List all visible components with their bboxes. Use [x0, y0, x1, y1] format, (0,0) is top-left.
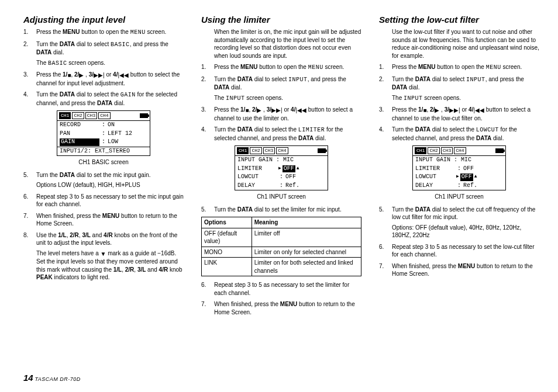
steps-input-level-cont: Turn the DATA dial to set the mic input … — [23, 171, 184, 282]
lcd-tab: CH4 — [454, 147, 466, 154]
table-row: MONOLimiter on only for selected channel — [202, 247, 361, 258]
table-header: Meaning — [252, 217, 361, 228]
steps-limiter-cont: Turn the DATA dial to set the limiter fo… — [201, 206, 361, 214]
lcd-input-screen: CH1 CH2 CH3 CH4 INPUT GAIN : MIC LIMITER… — [235, 145, 328, 190]
battery-icon — [495, 148, 504, 153]
list-item: Use the 1/L, 2/R, 3/L and 4/R knobs on t… — [23, 231, 184, 282]
lcd-input-screen-2: CH1 CH2 CH3 CH4 INPUT GAIN : MIC LIMITER… — [412, 145, 506, 190]
lcd-tab: CH4 — [98, 112, 110, 119]
lcd-tab: CH1 — [415, 147, 426, 154]
list-item: Press the MENU button to open the MENU s… — [379, 63, 539, 72]
options-table: OptionsMeaning OFF (default value)Limite… — [201, 217, 361, 276]
battery-icon — [318, 148, 326, 153]
page-number: 14 — [23, 373, 33, 383]
ffwd-icon: ▶▶| — [449, 106, 460, 115]
heading-lowcut: Setting the low-cut filter — [379, 14, 539, 26]
caption: CH1 BASIC screen — [23, 158, 184, 166]
list-item: Turn the DATA dial to select the GAIN fo… — [23, 91, 184, 107]
list-item: Turn the DATA dial to select the LIMITER… — [201, 126, 361, 142]
list-item: Press the MENU button to open the MENU s… — [23, 28, 184, 37]
rew-icon: |◀◀ — [295, 106, 306, 115]
lcd-tab: CH2 — [428, 147, 439, 154]
lcd-tab: CH4 — [276, 147, 288, 154]
caption: Ch1 INPUT screen — [379, 193, 539, 201]
ffwd-icon: ▶▶| — [94, 71, 105, 79]
model-name: TASCAM DR-70D — [35, 376, 80, 382]
column-3: Setting the low-cut filter Use the low-c… — [379, 14, 539, 365]
steps-lowcut-cont: Turn the DATA dial to select the cut off… — [379, 206, 539, 278]
steps-limiter-end: Repeat step 3 to 5 as necessary to set t… — [201, 281, 361, 316]
lcd-tab: CH3 — [441, 147, 453, 154]
page-columns: Adjusting the input level Press the MENU… — [23, 14, 539, 365]
steps-input-level: Press the MENU button to open the MENU s… — [23, 28, 184, 107]
list-item: Turn the DATA dial to select the LOWCUT … — [379, 126, 539, 142]
list-item: Turn the DATA dial to select INPUT, and … — [379, 75, 539, 103]
list-item: Turn the DATA dial to select INPUT, and … — [201, 75, 361, 103]
heading-input-level: Adjusting the input level — [23, 14, 184, 26]
list-item: Repeat step 3 to 5 as necessary to set t… — [23, 193, 184, 209]
list-item: Press the 1/■, 2/▶ , 3/▶▶| or 4/|◀◀ butt… — [379, 106, 539, 122]
steps-lowcut: Press the MENU button to open the MENU s… — [379, 63, 539, 142]
heading-limiter: Using the limiter — [201, 14, 361, 26]
rew-icon: |◀◀ — [473, 106, 484, 115]
list-item: When finished, press the MENU button to … — [201, 300, 361, 316]
intro-text: Use the low-cut filter if you want to cu… — [379, 28, 539, 60]
table-row: OFF (default value)Limiter off — [202, 228, 361, 247]
column-1: Adjusting the input level Press the MENU… — [23, 14, 184, 365]
list-item: Repeat step 3 to 5 as necessary to set t… — [201, 281, 361, 297]
list-item: Turn the DATA dial to set the limiter fo… — [201, 206, 361, 214]
lcd-tab: CH2 — [250, 147, 261, 154]
rew-icon: |◀◀ — [118, 71, 129, 79]
list-item: Turn the DATA dial to select the cut off… — [379, 206, 539, 240]
list-item: When finished, press the MENU button to … — [23, 212, 184, 228]
lcd-tab: CH1 — [237, 147, 249, 154]
caption: Ch1 INPUT screen — [201, 193, 361, 201]
table-row: LINKLimiter on for both selected and lin… — [202, 258, 361, 276]
lcd-basic-screen: CH1 CH2 CH3 CH4 RECORD:ON PAN:LEFT 12 GA… — [57, 110, 150, 156]
lcd-tab: CH3 — [263, 147, 275, 154]
table-header: Options — [202, 217, 252, 228]
lcd-tab: CH3 — [85, 112, 97, 119]
list-item: Press the 1/■, 2/▶ , 3/▶▶| or 4/|◀◀ butt… — [201, 106, 361, 122]
page-footer: 14 TASCAM DR-70D — [23, 372, 81, 384]
list-item: Turn the DATA dial to set the mic input … — [23, 171, 184, 189]
down-icon: ▼ — [101, 250, 106, 258]
list-item: Repeat step 3 to 5 as necessary to set t… — [379, 243, 539, 259]
steps-limiter: Press the MENU button to open the MENU s… — [201, 63, 361, 142]
list-item: When finished, press the MENU button to … — [379, 262, 539, 278]
list-item: Press the MENU button to open the MENU s… — [201, 63, 361, 72]
lcd-tab: CH1 — [59, 112, 71, 119]
battery-icon — [140, 113, 148, 118]
ffwd-icon: ▶▶| — [271, 106, 283, 115]
intro-text: When the limiter is on, the mic input ga… — [201, 28, 361, 60]
list-item: Turn the DATA dial to select BASIC, and … — [23, 40, 184, 68]
lcd-tab: CH2 — [72, 112, 84, 119]
column-2: Using the limiter When the limiter is on… — [201, 14, 361, 365]
list-item: Press the 1/■, 2/▶ , 3/▶▶| or 4/|◀◀ butt… — [23, 71, 184, 87]
